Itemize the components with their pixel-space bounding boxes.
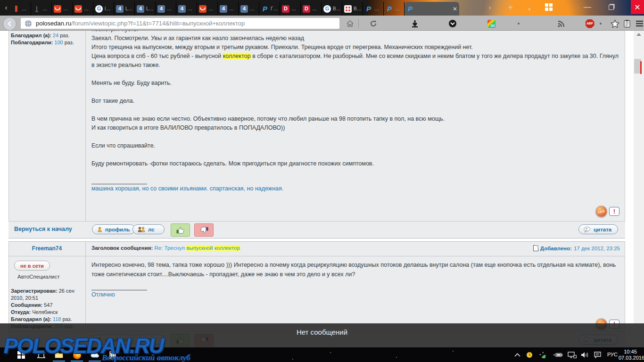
quote-button[interactable]: “ цитата	[578, 224, 618, 234]
aliexpress-favicon	[199, 5, 206, 13]
post2-message: Интересно конечно, 98 тема, тапка тоже х…	[91, 261, 617, 300]
browser-tab[interactable]: …	[73, 2, 93, 16]
download-icon[interactable]	[409, 18, 421, 29]
tab-list-caret-icon[interactable]: ▾	[524, 5, 535, 15]
stat-value[interactable]: 100	[54, 40, 63, 45]
browser-tab[interactable]: D…	[280, 2, 301, 16]
toast-text: Нет сообщений	[297, 328, 347, 336]
stat-value: 547	[44, 302, 52, 308]
clipboard-icon[interactable]	[621, 18, 633, 29]
post2-author-link[interactable]: Freeman74	[8, 245, 85, 252]
private-message-button[interactable]: лс	[132, 224, 165, 234]
abp-caret-icon[interactable]: ▾	[598, 18, 603, 29]
browser-tab[interactable]: …	[197, 2, 218, 16]
browser-tab-active[interactable]: P ✕	[405, 2, 459, 16]
report-post-button[interactable]: !	[609, 207, 619, 216]
minimize-window-icon[interactable]: —	[579, 0, 596, 14]
cloud-app-button[interactable]	[91, 351, 99, 359]
scrollbar-track[interactable]	[634, 31, 644, 323]
calculator-button[interactable]	[108, 351, 117, 359]
faq-label: F.A.Q.	[597, 209, 605, 214]
browser-tab[interactable]: …	[10, 2, 31, 16]
browser-tab[interactable]: В…	[342, 2, 363, 16]
new-tab-icon[interactable]: +	[505, 3, 516, 13]
tab-title: …	[312, 6, 317, 11]
scrollbar-up-icon[interactable]	[636, 33, 641, 36]
post-doc-icon	[533, 245, 538, 251]
stat-value[interactable]: 118	[53, 316, 61, 322]
faq-badge-icon[interactable]: F.A.Q.	[595, 206, 607, 217]
tab-title: …	[374, 6, 379, 11]
restore-window-icon[interactable]	[603, 0, 619, 14]
4pda-favicon: 4	[220, 5, 227, 13]
network-icon[interactable]	[567, 351, 577, 359]
report-exclamation: !	[613, 209, 615, 214]
close-tab-icon[interactable]: ✕	[453, 6, 457, 12]
close-window-icon[interactable]: ✕	[631, 0, 644, 14]
tab-scroll-left-icon[interactable]: ‹	[1, 3, 11, 13]
browser-tab[interactable]: PГ…	[259, 2, 280, 16]
home-icon[interactable]	[344, 18, 355, 29]
browser-tab[interactable]: 4…	[176, 2, 197, 16]
browser-tab[interactable]: …	[31, 2, 52, 16]
post1-message: Заехал. Посмотрели. Увы и ах гарантия ка…	[91, 34, 619, 193]
menu-hamburger-icon[interactable]	[634, 18, 644, 29]
browser-tab[interactable]: GВ…	[322, 2, 342, 16]
tab-scroll-right-icon[interactable]: ›	[485, 3, 495, 13]
offline-label: не в сети	[14, 261, 50, 271]
subject-link[interactable]: Re: Треснул	[154, 245, 185, 251]
back-to-top-link[interactable]: Вернуться к началу	[14, 226, 72, 232]
post1-author-panel	[8, 31, 85, 221]
stat-from: Откуда: Челябинск	[11, 309, 83, 316]
file-explorer-button[interactable]	[55, 351, 63, 359]
thumbs-down-button[interactable]	[194, 223, 214, 237]
browser-tab[interactable]: 4…	[156, 2, 176, 16]
browser-tab[interactable]: D…	[301, 2, 322, 16]
browser-tab[interactable]: P…	[363, 2, 384, 16]
browser-tab[interactable]: P…	[384, 2, 405, 16]
browser-tab[interactable]: 4L…	[135, 2, 156, 16]
aliexpress-favicon	[74, 5, 82, 13]
browser-tab[interactable]: 4…	[218, 2, 239, 16]
adblock-plus-icon[interactable]: ABP	[585, 18, 595, 29]
browser-tab[interactable]: Gl…	[93, 2, 114, 16]
battery-icon[interactable]	[553, 351, 563, 359]
address-bar[interactable]: polosedan.ru/forum/viewtopic.php?f=11&t=…	[21, 18, 339, 29]
s3-translator-icon[interactable]: S3	[487, 18, 496, 29]
profile-button[interactable]: профиль	[92, 224, 135, 234]
sync-app-icon[interactable]	[538, 351, 547, 359]
post-paragraph: Если что спрашивайте.	[91, 141, 619, 150]
thumbs-down-icon	[199, 226, 209, 234]
url-path: /forum/viewtopic.php?f=11&t=7714&hilit=в…	[71, 20, 245, 27]
4pda-favicon: 4	[137, 5, 144, 13]
stat-value[interactable]: 24	[53, 33, 58, 38]
rss-icon[interactable]	[555, 18, 567, 29]
tray-expand-icon[interactable]	[513, 351, 521, 359]
browser-tab[interactable]: 4L…	[114, 2, 135, 16]
tab-groups-icon[interactable]	[542, 0, 555, 14]
back-button[interactable]	[3, 17, 17, 31]
pm-label: лс	[148, 227, 155, 232]
start-button[interactable]	[17, 351, 25, 359]
task-view-button[interactable]	[37, 351, 45, 359]
4pda-favicon: 4	[157, 5, 165, 13]
keyboard-language[interactable]: РУС	[607, 352, 618, 357]
s3-caret-icon[interactable]: ▾	[516, 18, 521, 29]
tab-title: l…	[105, 6, 110, 11]
browser-tab[interactable]: …	[52, 2, 73, 16]
bookmark-star-icon[interactable]	[609, 18, 620, 29]
action-center-icon[interactable]	[593, 351, 602, 359]
thumbs-up-button[interactable]	[171, 223, 190, 237]
screen: ‹ … … … … Gl… 4L… 4L… 4… 4… … 4… 4… PГ… …	[0, 0, 644, 362]
taskbar-clock[interactable]: 10:45 07.03.2016	[619, 349, 642, 361]
tab-title: L…	[125, 6, 133, 11]
firefox-button[interactable]	[73, 351, 81, 359]
volume-icon[interactable]	[580, 351, 590, 359]
browser-tab[interactable]: 4…	[239, 2, 259, 16]
google-favicon: G	[323, 5, 331, 13]
punto-switcher-icon[interactable]	[525, 351, 534, 359]
table-border	[625, 31, 625, 238]
post-paragraph: Буду ремонтировать -фотки постараюсь сде…	[91, 159, 619, 168]
pocket-icon[interactable]	[447, 18, 458, 29]
reload-icon[interactable]	[368, 18, 379, 29]
